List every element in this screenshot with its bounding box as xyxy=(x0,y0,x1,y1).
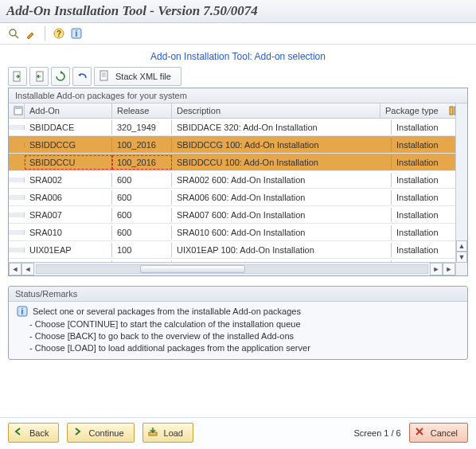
addon-table: Installable Add-on packages for your sys… xyxy=(8,88,468,276)
h-scroll-thumb[interactable] xyxy=(140,265,245,273)
table-cell: SBIDDCCG 100: Add-On Installation xyxy=(172,138,392,152)
table-header: Add-On Release Description Package type xyxy=(9,103,455,119)
table-cell: Installation xyxy=(392,138,455,152)
app-toolbar: ? i xyxy=(0,23,476,45)
scroll-down-icon[interactable]: ▼ xyxy=(456,252,467,263)
continue-button[interactable]: Continue xyxy=(67,423,134,443)
svg-text:?: ? xyxy=(57,29,61,38)
table-cell: Installation xyxy=(392,243,455,257)
svg-rect-13 xyxy=(14,107,22,109)
col-settings-icon[interactable] xyxy=(444,103,455,118)
table-row[interactable]: SRA006600SRA006 600: Add-On Installation… xyxy=(9,189,455,206)
stack-xml-button[interactable]: Stack XML file xyxy=(94,67,181,86)
scroll-right2-icon[interactable]: ► xyxy=(443,263,455,275)
search-icon[interactable] xyxy=(6,26,21,41)
table-cell: UIX01EAP 100: Add-On Installation xyxy=(172,243,392,257)
v-scrollbar[interactable]: ▲ ▼ xyxy=(455,103,467,275)
cancel-label: Cancel xyxy=(431,428,458,438)
table-row[interactable]: SBIDDACE320_1949SBIDDACE 320: Add-On Ins… xyxy=(9,119,455,136)
svg-rect-8 xyxy=(100,71,107,80)
svg-text:i: i xyxy=(76,29,78,38)
table-cell: SRA007 600: Add-On Installation xyxy=(172,208,392,222)
scroll-left-icon[interactable]: ◄ xyxy=(9,263,21,275)
table-cell xyxy=(9,143,25,147)
col-packagetype[interactable]: Package type xyxy=(380,103,444,118)
table-cell: 600 xyxy=(112,190,172,205)
svg-point-0 xyxy=(10,29,16,36)
table-row[interactable]: SRA007600SRA007 600: Add-On Installation… xyxy=(9,206,455,224)
col-release[interactable]: Release xyxy=(112,103,172,118)
doc-right-icon[interactable] xyxy=(8,67,27,86)
table-cell: SRA002 600: Add-On Installation xyxy=(172,173,392,187)
table-row[interactable]: SRA002600SRA002 600: Add-On Installation… xyxy=(9,171,455,189)
table-row[interactable]: SBIDDCCU100_2016SBIDDCCU 100: Add-On Ins… xyxy=(9,154,455,171)
table-cell: 100_2016 xyxy=(112,138,172,152)
help-icon[interactable]: ? xyxy=(52,26,66,41)
table-cell: UIX01HCM xyxy=(25,260,112,263)
table-cell: 100 xyxy=(112,243,172,257)
scroll-up-icon[interactable]: ▲ xyxy=(456,240,467,252)
table-cell: UIX01EAP xyxy=(25,243,112,257)
table-cell: 600 xyxy=(112,208,172,222)
refresh-icon[interactable] xyxy=(51,67,70,86)
stack-xml-label: Stack XML file xyxy=(115,72,171,81)
svg-rect-14 xyxy=(450,107,453,115)
table-cell: 320_1949 xyxy=(112,120,172,135)
table-body: SBIDDACE320_1949SBIDDACE 320: Add-On Ins… xyxy=(9,119,455,262)
table-cell: 100 xyxy=(112,260,172,263)
tool-icon[interactable] xyxy=(24,26,38,41)
col-addon[interactable]: Add-On xyxy=(25,103,112,118)
status-line-3: - Choose [LOAD] to load additional packa… xyxy=(9,341,467,353)
table-cell: SRA006 xyxy=(25,190,112,205)
table-row[interactable]: UIX01HCM100UIX01HCM 100: Add-On Installa… xyxy=(9,259,455,262)
col-selector[interactable] xyxy=(9,103,25,118)
table-cell: SBIDDACE 320: Add-On Installation xyxy=(172,120,392,135)
col-description[interactable]: Description xyxy=(172,103,380,118)
table-row[interactable]: UIX01EAP100UIX01EAP 100: Add-On Installa… xyxy=(9,241,455,259)
table-cell: SRA002 xyxy=(25,173,112,187)
arrow-left-icon xyxy=(13,426,24,437)
table-cell xyxy=(9,213,25,217)
status-line-2: - Choose [BACK] to go back to the overvi… xyxy=(9,329,467,341)
close-icon xyxy=(414,426,425,437)
screen-indicator: Screen 1 / 6 xyxy=(353,428,400,438)
table-row[interactable]: SRA010600SRA010 600: Add-On Installation… xyxy=(9,224,455,241)
table-row[interactable]: SBIDDCCG100_2016SBIDDCCG 100: Add-On Ins… xyxy=(9,136,455,154)
info-icon[interactable]: i xyxy=(69,26,84,41)
h-scroll-track[interactable] xyxy=(36,264,428,274)
doc-left-icon[interactable] xyxy=(29,67,49,86)
continue-label: Continue xyxy=(88,428,123,438)
window-title: Add-On Installation Tool - Version 7.50/… xyxy=(6,3,470,19)
table-cell: 600 xyxy=(112,173,172,187)
panel-toolbar: Stack XML file xyxy=(8,67,468,86)
table-cell: Installation xyxy=(392,190,455,205)
table-cell: SBIDDACE xyxy=(25,120,112,135)
toolbar-separator xyxy=(45,26,45,41)
h-scrollbar[interactable]: ◄ ◄ ► ► xyxy=(9,262,455,275)
cancel-button[interactable]: Cancel xyxy=(409,423,468,443)
scroll-left2-icon[interactable]: ◄ xyxy=(21,263,34,275)
table-cell: Installation xyxy=(392,208,455,222)
table-cell xyxy=(9,125,25,130)
status-main: Select one or several packages from the … xyxy=(33,306,301,316)
status-panel: Status/Remarks i Select one or several p… xyxy=(8,286,468,360)
svg-text:i: i xyxy=(21,307,24,316)
load-label: Load xyxy=(164,428,183,438)
table-cell: SRA006 600: Add-On Installation xyxy=(172,190,392,205)
status-line-1: - Choose [CONTINUE] to start the calcula… xyxy=(9,317,467,329)
table-cell: Installation xyxy=(392,155,455,170)
table-cell xyxy=(9,230,25,235)
scroll-right-icon[interactable]: ► xyxy=(430,263,443,275)
table-cell: Installation xyxy=(392,173,455,187)
back-button[interactable]: Back xyxy=(8,423,59,443)
undo-icon[interactable] xyxy=(72,67,92,86)
table-cell: Installation xyxy=(392,120,455,135)
table-cell: SBIDDCCG xyxy=(25,138,112,152)
table-cell xyxy=(9,195,25,200)
table-cell: SBIDDCCU xyxy=(25,155,112,170)
table-cell xyxy=(9,160,25,165)
table-cell xyxy=(9,178,25,182)
load-button[interactable]: Load xyxy=(142,423,193,443)
load-icon xyxy=(147,426,158,437)
table-cell: Installation xyxy=(392,225,455,240)
